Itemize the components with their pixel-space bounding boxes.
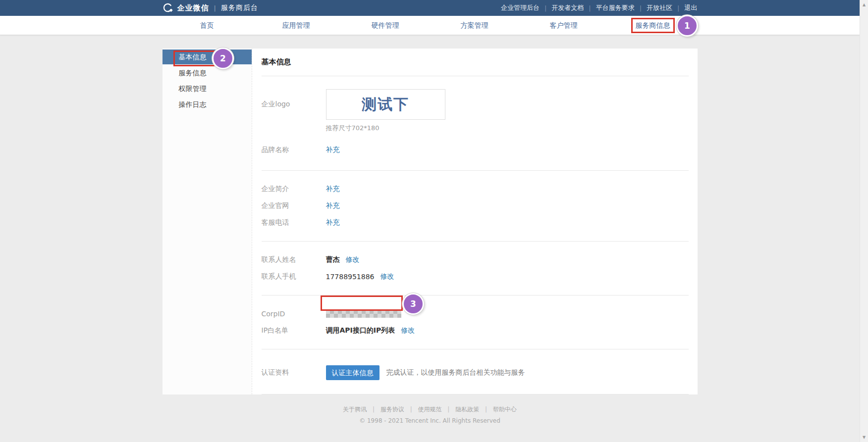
divider	[262, 394, 689, 394]
main-nav: 首页 应用管理 硬件管理 方案管理 客户管理 服务商信息	[0, 16, 860, 35]
ip-whitelist-row: IP白名单 调用API接口的IP列表 修改	[262, 322, 689, 339]
tab-solution-management[interactable]: 方案管理	[430, 16, 519, 35]
top-link-logout[interactable]: 退出	[685, 3, 698, 12]
footer-link-service-agreement[interactable]: 服务协议	[380, 406, 404, 413]
footer-separator: |	[373, 406, 375, 413]
contact-name-row: 联系人姓名 曹杰 修改	[262, 251, 689, 268]
company-website-row: 企业官网 补充	[262, 197, 689, 214]
copyright-text: © 1998 - 2021 Tencent Inc. All Rights Re…	[0, 417, 860, 424]
footer-separator: |	[485, 406, 487, 413]
company-logo-label: 企业logo	[262, 100, 326, 109]
wework-logo-icon	[163, 2, 174, 13]
ip-whitelist-label: IP白名单	[262, 326, 326, 335]
sidebar: 基本信息 服务信息 权限管理 操作日志	[163, 49, 252, 394]
contact-name-value: 曹杰	[326, 255, 340, 264]
scroll-down-icon[interactable]: ▼	[860, 435, 868, 440]
service-phone-label: 客服电话	[262, 218, 326, 227]
tab-home[interactable]: 首页	[163, 16, 252, 35]
company-logo-row: 企业logo 测试下	[262, 89, 689, 120]
step-badge-3: 3	[402, 293, 424, 315]
corp-id-row: CorpID	[262, 305, 689, 322]
contact-mobile-label: 联系人手机	[262, 272, 326, 281]
contact-name-label: 联系人姓名	[262, 255, 326, 264]
service-phone-row: 客服电话 补充	[262, 214, 689, 231]
contact-mobile-row: 联系人手机 17788951886 修改	[262, 268, 689, 285]
footer: 关于腾讯 | 服务协议 | 使用规范 | 隐私政策 | 帮助中心 © 1998 …	[0, 394, 860, 424]
footer-link-help-center[interactable]: 帮助中心	[493, 406, 517, 413]
scroll-up-icon[interactable]: ▲	[860, 2, 868, 7]
brand-name-supplement-link[interactable]: 补充	[326, 146, 340, 154]
company-logo-text: 测试下	[362, 95, 409, 115]
sidebar-item-service-info[interactable]: 服务信息	[163, 65, 252, 80]
certification-description: 完成认证，以使用服务商后台相关功能与服务	[386, 368, 525, 377]
top-link-platform-requirements[interactable]: 平台服务要求	[596, 3, 635, 12]
topbar: 企业微信 | 服务商后台 企业管理后台 | 开发者文档 | 平台服务要求 | 开…	[0, 0, 860, 16]
top-link-separator: |	[544, 4, 546, 12]
brand: 企业微信 | 服务商后台	[163, 2, 258, 13]
ip-whitelist-value: 调用API接口的IP列表	[326, 326, 395, 335]
top-link-dev-docs[interactable]: 开发者文档	[551, 3, 584, 12]
top-link-admin[interactable]: 企业管理后台	[501, 3, 540, 12]
service-phone-supplement-link[interactable]: 补充	[326, 218, 340, 227]
footer-separator: |	[447, 406, 449, 413]
brand-subtitle: 服务商后台	[221, 3, 258, 12]
top-link-separator: |	[640, 4, 642, 12]
top-link-separator: |	[589, 4, 591, 12]
company-intro-label: 企业简介	[262, 185, 326, 194]
content-card: 基本信息 服务信息 权限管理 操作日志 基本信息 企业logo 测试下 推荐尺寸…	[163, 49, 698, 394]
brand-separator: |	[214, 4, 216, 12]
brand-name-label: 品牌名称	[262, 146, 326, 154]
ip-whitelist-edit-link[interactable]: 修改	[401, 326, 415, 335]
footer-separator: |	[410, 406, 412, 413]
topbar-links: 企业管理后台 | 开发者文档 | 平台服务要求 | 开放社区 | 退出	[501, 3, 698, 12]
sidebar-item-permission-management[interactable]: 权限管理	[163, 81, 252, 96]
vertical-scrollbar[interactable]: ▲ ▼	[860, 0, 868, 442]
contact-mobile-value: 17788951886	[326, 273, 375, 281]
certification-row: 认证资料 认证主体信息 完成认证，以使用服务商后台相关功能与服务	[262, 364, 689, 381]
top-link-open-community[interactable]: 开放社区	[647, 3, 672, 12]
company-logo-image[interactable]: 测试下	[326, 89, 445, 120]
footer-link-about-tencent[interactable]: 关于腾讯	[343, 406, 367, 413]
tab-app-management[interactable]: 应用管理	[252, 16, 341, 35]
brand-name-row: 品牌名称 补充	[262, 142, 689, 158]
certification-label: 认证资料	[262, 368, 326, 377]
verify-subject-info-button[interactable]: 认证主体信息	[326, 365, 380, 380]
contact-name-edit-link[interactable]: 修改	[346, 255, 360, 264]
company-website-label: 企业官网	[262, 201, 326, 210]
footer-link-privacy-policy[interactable]: 隐私政策	[455, 406, 479, 413]
logo-size-hint: 推荐尺寸702*180	[326, 124, 689, 133]
tab-hardware-management[interactable]: 硬件管理	[341, 16, 430, 35]
footer-links: 关于腾讯 | 服务协议 | 使用规范 | 隐私政策 | 帮助中心	[0, 405, 860, 414]
corp-id-redacted-value	[326, 310, 401, 318]
page-viewport: 企业微信 | 服务商后台 企业管理后台 | 开发者文档 | 平台服务要求 | 开…	[0, 0, 860, 442]
basic-info-panel: 基本信息 企业logo 测试下 推荐尺寸702*180 品牌名称 补充	[252, 49, 698, 394]
corp-id-label: CorpID	[262, 310, 326, 318]
company-website-supplement-link[interactable]: 补充	[326, 201, 340, 210]
top-link-separator: |	[677, 4, 679, 12]
sidebar-item-operation-log[interactable]: 操作日志	[163, 97, 252, 112]
brand-name: 企业微信	[177, 3, 209, 13]
page-title: 基本信息	[262, 54, 689, 76]
step-badge-1: 1	[676, 15, 698, 37]
company-intro-row: 企业简介 补充	[262, 181, 689, 197]
sidebar-item-basic-info[interactable]: 基本信息	[163, 49, 252, 64]
footer-link-usage-rules[interactable]: 使用规范	[418, 406, 442, 413]
company-intro-supplement-link[interactable]: 补充	[326, 185, 340, 194]
tab-customer-management[interactable]: 客户管理	[519, 16, 608, 35]
contact-mobile-edit-link[interactable]: 修改	[380, 272, 394, 281]
step-badge-2: 2	[212, 48, 234, 69]
